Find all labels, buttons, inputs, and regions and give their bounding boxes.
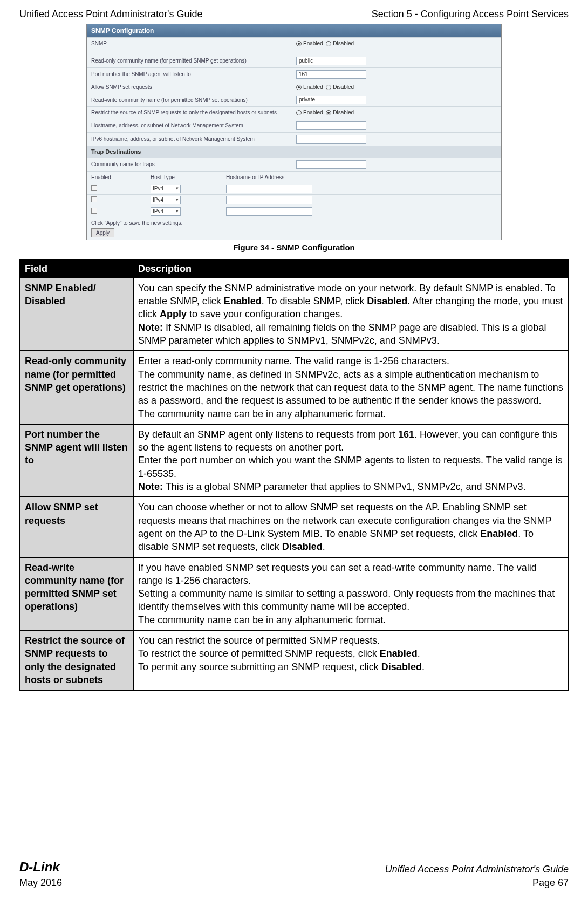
table-row: Read-write community name (for permitted… <box>20 557 568 630</box>
desc-cell: By default an SNMP agent only listens to… <box>133 424 568 497</box>
desc-cell: You can restrict the source of permitted… <box>133 630 568 690</box>
panel-title: SNMP Configuration <box>87 24 501 37</box>
desc-cell: You can choose whether or not to allow S… <box>133 497 568 557</box>
footer-date: May 2016 <box>19 876 62 889</box>
header-right: Section 5 - Configuring Access Point Ser… <box>372 8 569 21</box>
restrict-enabled-radio[interactable] <box>296 110 302 115</box>
trap-host-input[interactable] <box>226 185 312 193</box>
snmp-enabled-radio[interactable] <box>296 41 302 46</box>
trap-host-input[interactable] <box>226 207 312 216</box>
table-row: Read-only community name (for permitted … <box>20 351 568 424</box>
trap-hosttype-select[interactable]: IPv4 <box>151 207 181 216</box>
host6-input[interactable] <box>296 135 366 144</box>
table-row: Port number the SNMP agent will listen t… <box>20 424 568 497</box>
allow-set-disabled-radio[interactable] <box>326 85 331 90</box>
th-enabled: Enabled <box>91 174 151 181</box>
host4-label: Hostname, address, or subnet of Network … <box>91 122 296 129</box>
th-field: Field <box>20 260 133 278</box>
trap-enable-checkbox[interactable] <box>91 185 97 191</box>
trap-comm-input[interactable] <box>296 160 366 169</box>
allow-set-enabled-radio[interactable] <box>296 85 302 90</box>
host6-label: IPv6 hostname, address, or subnet of Net… <box>91 135 296 143</box>
trap-enable-checkbox[interactable] <box>91 196 97 202</box>
port-input[interactable]: 161 <box>296 70 366 79</box>
trap-hosttype-select[interactable]: IPv4 <box>151 185 181 193</box>
snmp-label: SNMP <box>91 40 107 46</box>
desc-cell: If you have enabled SNMP set requests yo… <box>133 557 568 630</box>
page-footer: D-Link May 2016 Unified Access Point Adm… <box>19 856 569 889</box>
table-row: Allow SNMP set requests You can choose w… <box>20 497 568 557</box>
field-cell: Restrict the source of SNMP requests to … <box>20 630 133 690</box>
apply-hint: Click "Apply" to save the new settings. <box>91 220 497 227</box>
field-cell: Read-write community name (for permitted… <box>20 557 133 630</box>
disabled-label: Disabled <box>333 40 354 47</box>
footer-page: Page 67 <box>385 876 569 889</box>
snmp-config-screenshot: SNMP Configuration SNMP Enabled Disabled… <box>86 24 502 240</box>
desc-cell: Enter a read-only community name. The va… <box>133 351 568 424</box>
ro-comm-input[interactable]: public <box>296 57 366 65</box>
trap-enable-checkbox[interactable] <box>91 208 97 214</box>
snmp-disabled-radio[interactable] <box>326 41 331 46</box>
table-row: SNMP Enabled/ Disabled You can specify t… <box>20 278 568 351</box>
th-description: Description <box>133 260 568 278</box>
trap-section-header: Trap Destinations <box>87 146 501 158</box>
th-hostaddr: Hostname or IP Address <box>226 174 284 181</box>
dlink-logo: D-Link <box>19 858 62 876</box>
field-cell: Port number the SNMP agent will listen t… <box>20 424 133 497</box>
host4-input[interactable] <box>296 121 366 130</box>
trap-hosttype-select[interactable]: IPv4 <box>151 196 181 204</box>
allow-set-label: Allow SNMP set requests <box>91 84 296 91</box>
enabled-label: Enabled <box>303 40 323 47</box>
rw-comm-label: Read-write community name (for permitted… <box>91 97 296 104</box>
field-cell: Read-only community name (for permitted … <box>20 351 133 424</box>
header-left: Unified Access Point Administrator's Gui… <box>19 8 203 21</box>
table-row: Restrict the source of SNMP requests to … <box>20 630 568 690</box>
port-label: Port number the SNMP agent will listen t… <box>91 71 296 78</box>
rw-comm-input[interactable]: private <box>296 96 366 104</box>
field-cell: SNMP Enabled/ Disabled <box>20 278 133 351</box>
footer-title: Unified Access Point Administrator's Gui… <box>385 863 569 876</box>
trap-host-input[interactable] <box>226 196 312 204</box>
restrict-label: Restrict the source of SNMP requests to … <box>91 109 296 117</box>
desc-cell: You can specify the SNMP administrative … <box>133 278 568 351</box>
field-description-table: Field Description SNMP Enabled/ Disabled… <box>19 259 569 691</box>
trap-comm-label: Community name for traps <box>91 161 296 168</box>
apply-button[interactable]: Apply <box>91 228 114 238</box>
th-hosttype: Host Type <box>151 174 226 181</box>
restrict-disabled-radio[interactable] <box>326 110 331 115</box>
figure-caption: Figure 34 - SNMP Configuration <box>19 242 569 253</box>
ro-comm-label: Read-only community name (for permitted … <box>91 57 296 65</box>
field-cell: Allow SNMP set requests <box>20 497 133 557</box>
